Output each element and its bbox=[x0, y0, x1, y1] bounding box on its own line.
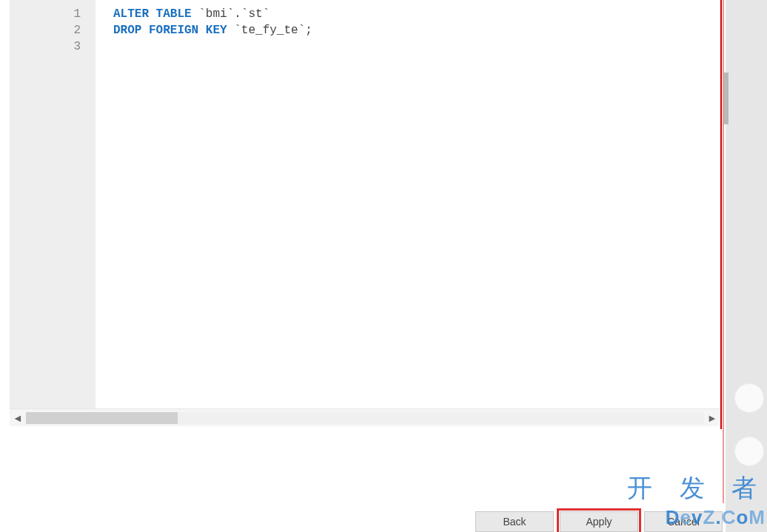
line-number: 2 bbox=[10, 22, 81, 38]
vscroll-marker bbox=[724, 73, 729, 124]
watermark-char: M bbox=[748, 506, 766, 528]
watermark-cn: 开 发 者 bbox=[627, 471, 767, 505]
code-line[interactable] bbox=[113, 38, 720, 55]
sql-editor: 123 ALTER TABLE `bmi`.`st`DROP FOREIGN K… bbox=[10, 0, 722, 429]
token-punct: ` bbox=[192, 7, 206, 21]
watermark-char: e bbox=[680, 506, 691, 528]
line-number: 1 bbox=[10, 6, 81, 22]
back-button[interactable]: Back bbox=[475, 511, 554, 532]
watermark-char: D bbox=[666, 506, 680, 528]
watermark-char: v bbox=[691, 506, 703, 528]
token-punct: ` bbox=[227, 24, 241, 37]
watermark-char: o bbox=[736, 506, 748, 528]
token-keyword: ALTER TABLE bbox=[113, 7, 192, 21]
watermark-char: Z bbox=[703, 506, 716, 528]
scroll-right-button[interactable]: ► bbox=[704, 410, 720, 426]
scroll-track[interactable] bbox=[26, 412, 704, 424]
code-line[interactable]: ALTER TABLE `bmi`.`st` bbox=[113, 6, 720, 22]
token-identifier: te_fy_te bbox=[241, 24, 298, 37]
code-area[interactable]: 123 ALTER TABLE `bmi`.`st`DROP FOREIGN K… bbox=[10, 0, 720, 408]
side-bubble-1 bbox=[734, 383, 764, 413]
highlight-border-right bbox=[723, 0, 724, 503]
scroll-thumb[interactable] bbox=[26, 412, 178, 424]
code-content[interactable]: ALTER TABLE `bmi`.`st`DROP FOREIGN KEY `… bbox=[96, 0, 720, 408]
watermark-en: DevZ.CoM bbox=[666, 506, 766, 529]
token-punct: `.` bbox=[227, 7, 249, 21]
token-keyword: DROP FOREIGN KEY bbox=[113, 24, 227, 37]
watermark-char: C bbox=[722, 506, 737, 528]
watermark-char: . bbox=[715, 506, 721, 528]
side-bubble-2 bbox=[734, 437, 764, 466]
apply-button[interactable]: Apply bbox=[560, 511, 638, 532]
token-punct: `; bbox=[298, 24, 312, 37]
scroll-left-button[interactable]: ◄ bbox=[10, 410, 26, 426]
token-identifier: bmi bbox=[206, 7, 227, 21]
line-number: 3 bbox=[10, 38, 81, 55]
token-identifier: st bbox=[248, 7, 262, 21]
token-punct: ` bbox=[263, 7, 270, 21]
line-gutter: 123 bbox=[10, 0, 96, 408]
horizontal-scrollbar[interactable]: ◄ ► bbox=[10, 408, 720, 426]
code-line[interactable]: DROP FOREIGN KEY `te_fy_te`; bbox=[113, 22, 720, 38]
